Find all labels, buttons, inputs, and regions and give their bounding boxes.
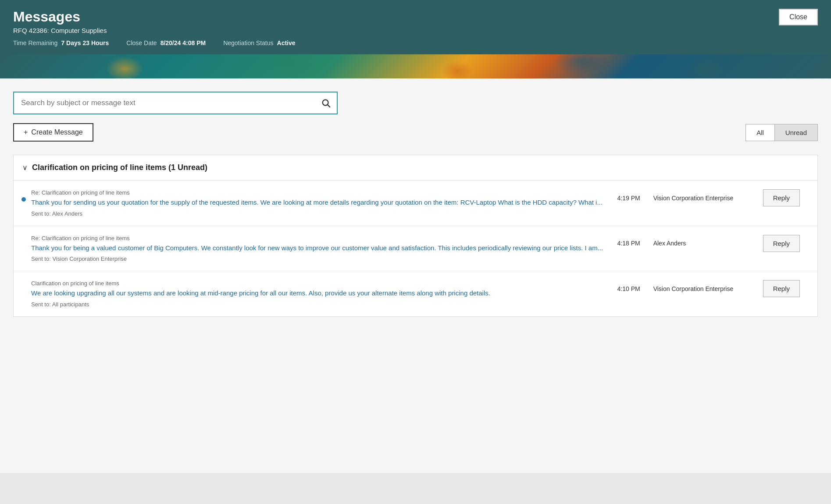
message-time: 4:19 PM: [617, 195, 640, 202]
negotiation-status: Negotiation Status Active: [223, 39, 295, 46]
message-content: Re: Clarification on pricing of line ite…: [31, 235, 617, 263]
unread-dot: [21, 197, 26, 202]
close-date-value: 8/20/24 4:08 PM: [160, 39, 206, 46]
messages-container: Re: Clarification on pricing of line ite…: [14, 181, 817, 316]
message-meta: 4:10 PM Vision Corporation Enterprise Re…: [617, 280, 809, 297]
message-time: 4:10 PM: [617, 285, 640, 292]
message-item: Re: Clarification on pricing of line ite…: [14, 226, 817, 272]
message-subject: Re: Clarification on pricing of line ite…: [31, 189, 609, 196]
filter-all-button[interactable]: All: [745, 124, 774, 141]
header: Messages RFQ 42386: Computer Supplies Ti…: [0, 0, 831, 54]
create-message-button[interactable]: + Create Message: [13, 123, 93, 142]
reply-button[interactable]: Reply: [763, 189, 800, 206]
message-meta: 4:18 PM Alex Anders Reply: [617, 235, 809, 252]
search-input[interactable]: [14, 92, 315, 114]
message-subject: Re: Clarification on pricing of line ite…: [31, 235, 609, 241]
time-remaining: Time Remaining 7 Days 23 Hours: [13, 39, 109, 46]
create-message-label: Create Message: [31, 128, 82, 136]
time-remaining-value: 7 Days 23 Hours: [61, 39, 109, 46]
toolbar-row: + Create Message All Unread: [13, 123, 818, 142]
message-time: 4:18 PM: [617, 240, 640, 247]
reply-button[interactable]: Reply: [763, 280, 800, 297]
message-body: Thank you for being a valued customer of…: [31, 243, 609, 253]
message-sent-to: Sent to: Alex Anders: [31, 210, 609, 217]
page-title: Messages: [13, 9, 818, 25]
message-sent-to: Sent to: Vision Corporation Enterprise: [31, 256, 609, 262]
message-content: Clarification on pricing of line items W…: [31, 280, 617, 308]
header-subtitle: RFQ 42386: Computer Supplies: [13, 27, 818, 34]
message-content: Re: Clarification on pricing of line ite…: [31, 189, 617, 217]
close-date-label: Close Date: [126, 39, 157, 46]
search-icon: [321, 98, 331, 108]
message-sender: Vision Corporation Enterprise: [653, 195, 750, 202]
filter-unread-button[interactable]: Unread: [774, 124, 818, 141]
time-remaining-label: Time Remaining: [13, 39, 57, 46]
header-meta: Time Remaining 7 Days 23 Hours Close Dat…: [13, 39, 818, 46]
message-sender: Vision Corporation Enterprise: [653, 285, 750, 292]
search-bar: [13, 92, 338, 114]
chevron-down-icon[interactable]: ∨: [22, 163, 28, 172]
negotiation-status-value: Active: [277, 39, 296, 46]
thread-section: ∨ Clarification on pricing of line items…: [13, 155, 818, 317]
message-sent-to: Sent to: All participants: [31, 301, 609, 308]
svg-line-1: [328, 105, 330, 107]
message-sender: Alex Anders: [653, 240, 750, 247]
close-date: Close Date 8/20/24 4:08 PM: [126, 39, 206, 46]
decorative-banner: [0, 54, 831, 78]
message-body: Thank you for sending us your quotation …: [31, 198, 609, 208]
close-button[interactable]: Close: [779, 9, 818, 25]
main-content: + Create Message All Unread ∨ Clarificat…: [0, 78, 831, 473]
thread-header: ∨ Clarification on pricing of line items…: [14, 155, 817, 181]
message-item: Re: Clarification on pricing of line ite…: [14, 181, 817, 226]
message-item: Clarification on pricing of line items W…: [14, 271, 817, 316]
message-meta: 4:19 PM Vision Corporation Enterprise Re…: [617, 189, 809, 206]
filter-group: All Unread: [745, 124, 818, 141]
search-button[interactable]: [315, 94, 337, 112]
negotiation-status-label: Negotiation Status: [223, 39, 273, 46]
reply-button[interactable]: Reply: [763, 235, 800, 252]
message-subject: Clarification on pricing of line items: [31, 280, 609, 287]
thread-title: Clarification on pricing of line items (…: [32, 163, 207, 172]
plus-icon: +: [24, 128, 28, 136]
message-body: We are looking upgrading all our systems…: [31, 288, 609, 298]
